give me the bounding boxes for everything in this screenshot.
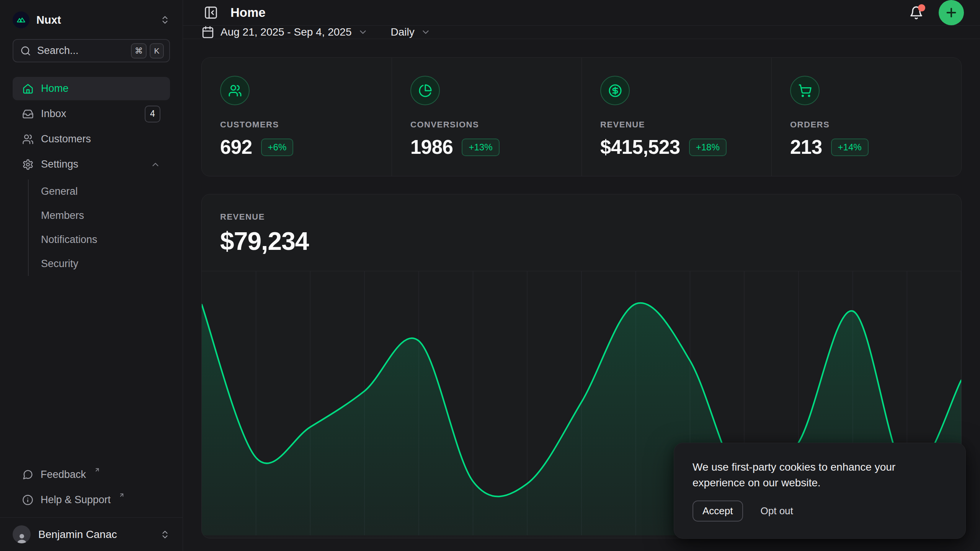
stat-value: $415,523 <box>600 136 680 158</box>
inbox-icon <box>22 108 34 120</box>
search-icon <box>20 46 31 56</box>
nuxt-dashboard-app: { "theme": { "accent": "#00dc82", "backg… <box>0 0 980 551</box>
sidebar-item-customers[interactable]: Customers <box>13 127 170 151</box>
sidebar-spacer <box>13 277 170 463</box>
calendar-icon <box>201 26 214 39</box>
feedback-link[interactable]: Feedback <box>13 463 170 486</box>
chat-bubble-icon <box>22 469 33 480</box>
cookie-actions: Accept Opt out <box>693 500 947 522</box>
add-button[interactable] <box>939 0 964 25</box>
stats-panel: CUSTOMERS 692 +6% CONVERSIONS 1986 +13% <box>201 57 962 176</box>
header-right <box>908 0 964 25</box>
sidebar-item-members[interactable]: Members <box>29 204 170 228</box>
sidebar-item-notifications[interactable]: Notifications <box>29 228 170 252</box>
sidebar: Nuxt ⌘ K Home Inbox 4 <box>0 0 183 551</box>
stat-card-orders[interactable]: ORDERS 213 +14% <box>771 58 961 176</box>
stat-label: REVENUE <box>600 120 753 130</box>
date-range-picker[interactable]: Aug 21, 2025 - Sep 4, 2025 <box>201 26 368 39</box>
sidebar-nav: Home Inbox 4 Customers Settings Ge <box>13 77 170 277</box>
cart-icon <box>790 76 820 105</box>
users-icon <box>22 134 34 145</box>
sidebar-item-settings[interactable]: Settings <box>13 153 170 176</box>
header-left: Home <box>201 3 266 22</box>
cookie-message: We use first-party cookies to enhance yo… <box>693 459 930 491</box>
sidebar-item-general[interactable]: General <box>29 179 170 204</box>
stat-value: 692 <box>220 136 252 158</box>
sidebar-item-label: Inbox <box>41 108 137 120</box>
settings-sub-list: General Members Notifications Security <box>28 179 170 276</box>
chevron-up-icon <box>150 160 160 170</box>
gear-icon <box>22 159 34 170</box>
search-kbd-group: ⌘ K <box>131 43 164 59</box>
inbox-count-badge: 4 <box>145 106 160 122</box>
stat-label: CUSTOMERS <box>220 120 373 130</box>
notification-dot <box>918 4 925 11</box>
chevrons-up-down-icon <box>160 530 170 540</box>
external-link-icon <box>119 492 125 498</box>
home-icon <box>22 83 34 95</box>
stat-card-revenue[interactable]: REVENUE $415,523 +18% <box>581 58 771 176</box>
nuxt-logo-icon <box>13 11 29 28</box>
stat-label: CONVERSIONS <box>410 120 563 130</box>
kbd-cmd: ⌘ <box>131 43 147 59</box>
sidebar-item-label: Customers <box>41 133 160 145</box>
date-range-label: Aug 21, 2025 - Sep 4, 2025 <box>220 26 352 38</box>
sidebar-item-label: Settings <box>41 158 143 170</box>
chevron-down-icon <box>358 27 368 37</box>
cookie-banner: We use first-party cookies to enhance yo… <box>674 443 966 539</box>
granularity-select[interactable]: Daily <box>391 26 431 38</box>
workspace-name: Nuxt <box>36 14 153 26</box>
revenue-header: REVENUE $79,234 <box>202 194 961 271</box>
stat-value: 213 <box>790 136 822 158</box>
help-support-link[interactable]: Help & Support <box>13 488 170 511</box>
opt-out-button[interactable]: Opt out <box>761 505 793 517</box>
chevron-down-icon <box>421 27 431 37</box>
revenue-total: $79,234 <box>220 227 943 256</box>
avatar <box>13 525 31 543</box>
stat-delta-badge: +13% <box>462 139 499 156</box>
search-input-wrap[interactable]: ⌘ K <box>13 39 170 62</box>
sidebar-footer: Feedback Help & Support <box>13 463 170 517</box>
stat-delta-badge: +6% <box>261 139 294 156</box>
stat-value: 1986 <box>410 136 453 158</box>
info-circle-icon <box>22 494 33 505</box>
dollar-circle-icon <box>600 76 630 105</box>
panel-left-close-icon <box>204 5 218 20</box>
pie-chart-icon <box>410 76 440 105</box>
stat-delta-badge: +14% <box>831 139 869 156</box>
notifications-button[interactable] <box>908 4 925 21</box>
page-header: Home <box>183 0 980 26</box>
collapse-sidebar-button[interactable] <box>201 3 220 22</box>
revenue-label: REVENUE <box>220 212 943 222</box>
sidebar-item-security[interactable]: Security <box>29 252 170 276</box>
workspace-switcher[interactable]: Nuxt <box>13 9 170 31</box>
sidebar-item-label: Home <box>41 83 160 95</box>
kbd-k: K <box>150 43 164 59</box>
help-support-label: Help & Support <box>41 494 111 506</box>
granularity-label: Daily <box>391 26 415 38</box>
page-title: Home <box>230 5 266 20</box>
search-input[interactable] <box>37 45 125 57</box>
feedback-label: Feedback <box>41 469 86 481</box>
stat-card-customers[interactable]: CUSTOMERS 692 +6% <box>202 58 392 176</box>
stat-card-conversions[interactable]: CONVERSIONS 1986 +13% <box>392 58 581 176</box>
filter-toolbar: Aug 21, 2025 - Sep 4, 2025 Daily <box>183 26 980 39</box>
sidebar-item-inbox[interactable]: Inbox 4 <box>13 102 170 126</box>
user-name: Benjamin Canac <box>38 528 152 541</box>
stat-label: ORDERS <box>790 120 943 130</box>
plus-icon <box>944 6 958 20</box>
accept-button[interactable]: Accept <box>693 500 743 522</box>
sidebar-item-home[interactable]: Home <box>13 77 170 100</box>
external-link-icon <box>94 467 100 473</box>
stat-delta-badge: +18% <box>689 139 727 156</box>
user-menu[interactable]: Benjamin Canac <box>13 518 170 551</box>
chevrons-up-down-icon <box>160 15 170 25</box>
users-icon <box>220 76 250 105</box>
